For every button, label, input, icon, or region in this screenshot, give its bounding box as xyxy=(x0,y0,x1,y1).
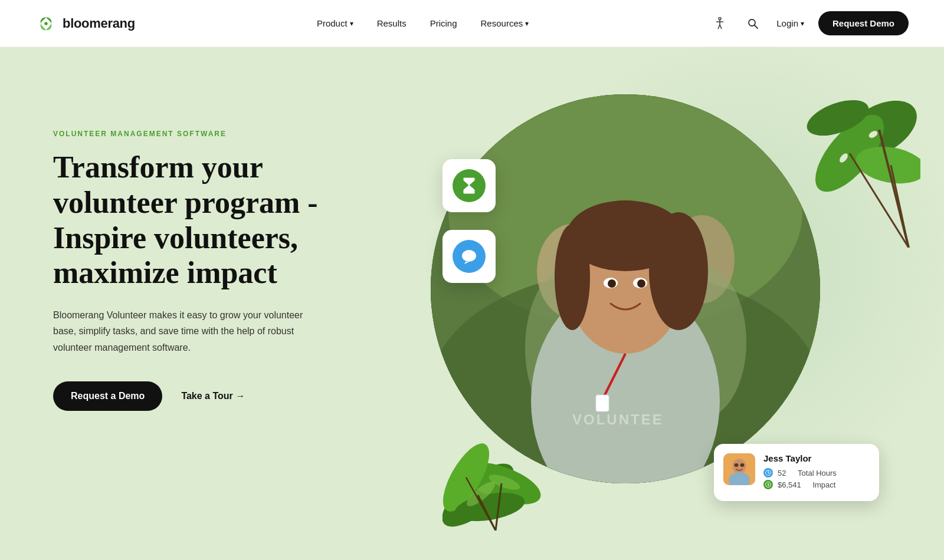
request-demo-hero-button[interactable]: Request a Demo xyxy=(53,381,162,411)
volunteer-name: Jess Taylor xyxy=(763,453,870,463)
hero-title: Transform your volunteer program - Inspi… xyxy=(53,150,360,291)
request-demo-nav-button[interactable]: Request Demo xyxy=(818,11,909,35)
accessibility-icon[interactable] xyxy=(710,14,729,33)
nav-center: Product Results Pricing Resources xyxy=(317,18,529,28)
plant-decoration-bottom-left xyxy=(442,413,549,531)
svg-point-19 xyxy=(649,212,708,330)
floating-timer-card xyxy=(442,159,496,212)
volunteer-avatar xyxy=(723,453,755,485)
nav-item-results[interactable]: Results xyxy=(377,18,407,28)
svg-text:$: $ xyxy=(768,483,770,486)
volunteer-stats-card: Jess Taylor 52 Total Hours xyxy=(714,444,879,501)
svg-line-37 xyxy=(768,473,769,474)
navbar: bloomerang Product Results Pricing Resou… xyxy=(0,0,944,47)
volunteer-hours-stat: 52 Total Hours xyxy=(763,468,870,477)
hero-cta: Request a Demo Take a Tour → xyxy=(53,381,360,411)
svg-point-6 xyxy=(749,19,755,26)
svg-point-33 xyxy=(735,463,739,467)
search-icon[interactable] xyxy=(743,14,762,33)
floating-chat-card xyxy=(442,230,496,283)
take-tour-button[interactable]: Take a Tour → xyxy=(181,391,245,401)
impact-label: Impact xyxy=(812,480,835,489)
nav-right: Login Request Demo xyxy=(710,11,909,35)
nav-item-pricing[interactable]: Pricing xyxy=(430,18,457,28)
timer-icon xyxy=(453,169,486,202)
volunteer-info: Jess Taylor 52 Total Hours xyxy=(763,453,870,492)
svg-point-24 xyxy=(637,279,645,288)
login-button[interactable]: Login xyxy=(776,18,804,28)
svg-point-34 xyxy=(740,463,745,467)
nav-item-product[interactable]: Product xyxy=(317,18,353,28)
hours-value: 52 xyxy=(778,469,786,477)
hours-label: Total Hours xyxy=(798,469,837,477)
svg-line-7 xyxy=(755,25,758,28)
logo-text: bloomerang xyxy=(63,16,135,31)
hero-description: Bloomerang Volunteer makes it easy to gr… xyxy=(53,307,313,355)
impact-value: $6,541 xyxy=(778,480,801,489)
svg-line-4 xyxy=(718,25,720,29)
logo[interactable]: bloomerang xyxy=(35,13,135,34)
hero-section: VOLUNTEER MANAGEMENT SOFTWARE Transform … xyxy=(0,47,944,560)
svg-point-1 xyxy=(719,17,721,19)
clock-icon xyxy=(763,468,773,477)
svg-line-5 xyxy=(720,25,722,29)
svg-point-20 xyxy=(555,224,590,330)
nav-item-resources[interactable]: Resources xyxy=(481,18,529,28)
plant-decoration-top-right xyxy=(791,83,920,248)
hero-left: VOLUNTEER MANAGEMENT SOFTWARE Transform … xyxy=(53,83,360,411)
hero-right: VOLUNTEE xyxy=(384,83,909,554)
dollar-icon: $ xyxy=(763,480,773,489)
svg-point-23 xyxy=(608,279,616,288)
chat-icon xyxy=(453,240,486,273)
hero-eyebrow: VOLUNTEER MANAGEMENT SOFTWARE xyxy=(53,130,360,138)
volunteer-impact-stat: $ $6,541 Impact xyxy=(763,480,870,489)
logo-icon xyxy=(35,13,57,34)
svg-point-0 xyxy=(44,22,47,25)
svg-rect-26 xyxy=(596,395,609,411)
svg-point-28 xyxy=(462,250,476,262)
svg-text:VOLUNTEE: VOLUNTEE xyxy=(572,411,664,427)
